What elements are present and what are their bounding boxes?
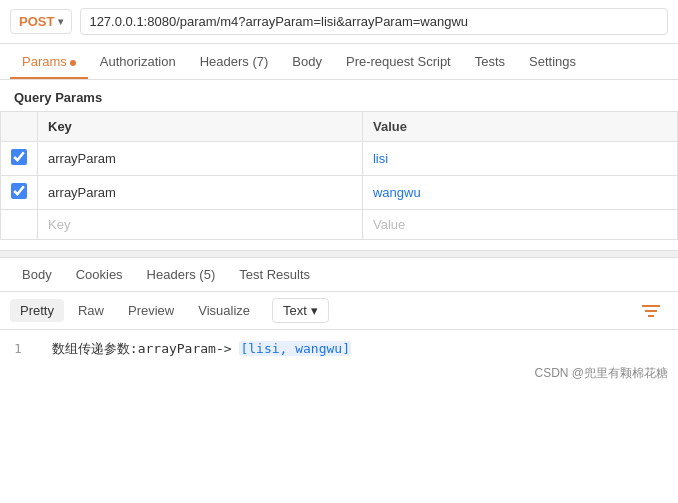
- row2-value[interactable]: wangwu: [362, 176, 677, 210]
- watermark: CSDN @兜里有颗棉花糖: [534, 365, 668, 382]
- method-selector[interactable]: POST ▾: [10, 9, 72, 34]
- code-highlight: [lisi, wangwu]: [239, 341, 351, 356]
- response-tab-body-label: Body: [22, 267, 52, 282]
- table-row: Key Value: [1, 210, 678, 240]
- code-prefix: 数组传递参数:arrayParam->: [52, 341, 240, 356]
- response-tab-test-results[interactable]: Test Results: [227, 258, 322, 291]
- response-tab-headers[interactable]: Headers (5): [135, 258, 228, 291]
- col-key: Key: [38, 112, 363, 142]
- response-tab-headers-label: Headers (5): [147, 267, 216, 282]
- section-query-params: Query Params: [0, 80, 678, 111]
- format-bar: Pretty Raw Preview Visualize Text ▾: [0, 292, 678, 330]
- method-label: POST: [19, 14, 54, 29]
- tab-params-label: Params: [22, 54, 67, 69]
- tab-params[interactable]: Params: [10, 44, 88, 79]
- format-btn-visualize[interactable]: Visualize: [188, 299, 260, 322]
- col-checkbox: [1, 112, 38, 142]
- section-divider: [0, 250, 678, 258]
- response-tab-body[interactable]: Body: [10, 258, 64, 291]
- row1-checkbox[interactable]: [11, 149, 27, 165]
- table-row: arrayParam wangwu: [1, 176, 678, 210]
- request-tabs: Params Authorization Headers (7) Body Pr…: [0, 44, 678, 80]
- row3-value[interactable]: Value: [362, 210, 677, 240]
- tab-pre-request-label: Pre-request Script: [346, 54, 451, 69]
- tab-pre-request[interactable]: Pre-request Script: [334, 44, 463, 79]
- tab-headers[interactable]: Headers (7): [188, 44, 281, 79]
- format-btn-pretty[interactable]: Pretty: [10, 299, 64, 322]
- line-number: 1: [14, 341, 34, 356]
- row2-checkbox-cell: [1, 176, 38, 210]
- table-row: arrayParam lisi: [1, 142, 678, 176]
- response-tab-test-results-label: Test Results: [239, 267, 310, 282]
- response-tabs: Body Cookies Headers (5) Test Results: [0, 258, 678, 292]
- row1-value[interactable]: lisi: [362, 142, 677, 176]
- format-select[interactable]: Text ▾: [272, 298, 329, 323]
- row1-checkbox-cell: [1, 142, 38, 176]
- response-tab-cookies-label: Cookies: [76, 267, 123, 282]
- row3-key[interactable]: Key: [38, 210, 363, 240]
- filter-svg-icon: [642, 303, 660, 319]
- tab-authorization-label: Authorization: [100, 54, 176, 69]
- url-input[interactable]: [80, 8, 668, 35]
- url-bar: POST ▾: [0, 0, 678, 44]
- tab-body-label: Body: [292, 54, 322, 69]
- params-dot: [70, 60, 76, 66]
- row3-checkbox-cell: [1, 210, 38, 240]
- tab-tests[interactable]: Tests: [463, 44, 517, 79]
- tab-body[interactable]: Body: [280, 44, 334, 79]
- tab-settings[interactable]: Settings: [517, 44, 588, 79]
- format-select-label: Text: [283, 303, 307, 318]
- filter-icon[interactable]: [634, 299, 668, 323]
- format-select-chevron: ▾: [311, 303, 318, 318]
- tab-tests-label: Tests: [475, 54, 505, 69]
- tab-headers-label: Headers (7): [200, 54, 269, 69]
- col-value: Value: [362, 112, 677, 142]
- row2-checkbox[interactable]: [11, 183, 27, 199]
- response-tab-cookies[interactable]: Cookies: [64, 258, 135, 291]
- tab-settings-label: Settings: [529, 54, 576, 69]
- tab-authorization[interactable]: Authorization: [88, 44, 188, 79]
- method-chevron: ▾: [58, 16, 63, 27]
- row1-key[interactable]: arrayParam: [38, 142, 363, 176]
- row2-key[interactable]: arrayParam: [38, 176, 363, 210]
- format-btn-raw[interactable]: Raw: [68, 299, 114, 322]
- format-btn-preview[interactable]: Preview: [118, 299, 184, 322]
- params-table: Key Value arrayParam lisi arrayParam wan…: [0, 111, 678, 240]
